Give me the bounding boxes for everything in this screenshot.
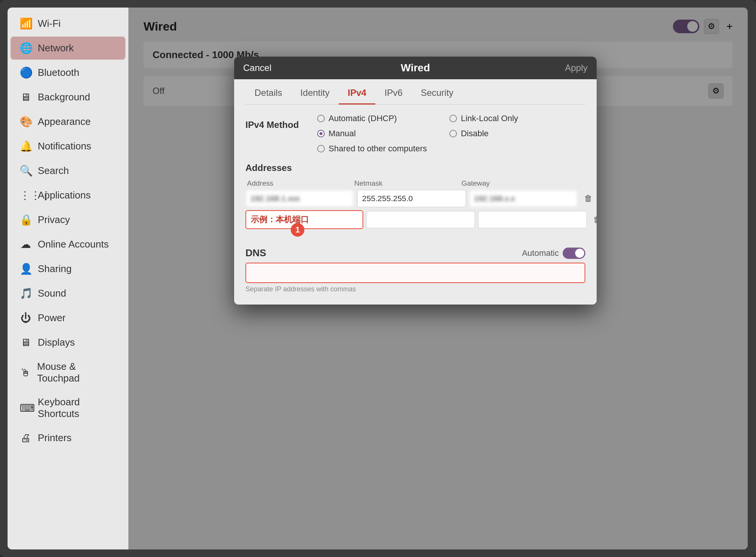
background-icon: 🖥 xyxy=(20,91,32,103)
sidebar-item-keyboard-shortcuts[interactable]: ⌨ Keyboard Shortcuts xyxy=(11,391,125,425)
tab-identity[interactable]: Identity xyxy=(291,82,338,105)
radio-circle-shared xyxy=(317,145,325,152)
sidebar-item-label: Sound xyxy=(38,288,66,299)
cancel-button[interactable]: Cancel xyxy=(243,63,272,73)
dns-automatic-toggle[interactable] xyxy=(563,248,585,259)
sidebar-item-displays[interactable]: 🖥 Displays xyxy=(11,331,125,354)
gateway-input-2[interactable] xyxy=(478,211,587,228)
sidebar-item-label: Bluetooth xyxy=(38,67,79,78)
radio-circle-disable xyxy=(449,130,457,137)
printers-icon: 🖨 xyxy=(20,432,32,444)
tab-ipv6[interactable]: IPv6 xyxy=(375,82,412,105)
step-badge-1: 1 xyxy=(291,223,304,237)
method-col-left: Automatic (DHCP) Manual Shared to other … xyxy=(317,114,427,154)
sidebar-item-wifi[interactable]: 📶 Wi-Fi xyxy=(11,12,125,35)
sidebar-item-label: Sharing xyxy=(38,263,72,275)
sidebar-item-label: Notifications xyxy=(38,140,91,152)
settings-window: 📶 Wi-Fi 🌐 Network 🔵 Bluetooth 🖥 Backgrou… xyxy=(8,8,748,549)
sidebar-item-power[interactable]: ⏻ Power xyxy=(11,306,125,329)
radio-circle-dhcp xyxy=(317,115,325,122)
ipv4-method-label: IPv4 Method xyxy=(245,120,306,148)
gateway-input-1[interactable] xyxy=(469,190,578,207)
radio-circle-link-local xyxy=(449,115,457,122)
sidebar: 📶 Wi-Fi 🌐 Network 🔵 Bluetooth 🖥 Backgrou… xyxy=(8,8,128,549)
radio-shared[interactable]: Shared to other computers xyxy=(317,144,427,154)
dns-automatic-label: Automatic xyxy=(522,248,559,258)
sidebar-item-label: Power xyxy=(38,312,66,324)
dns-input[interactable] xyxy=(245,263,585,283)
col-header-gateway: Gateway xyxy=(461,179,566,188)
address-input-1[interactable] xyxy=(245,190,354,207)
appearance-icon: 🎨 xyxy=(20,115,32,128)
addresses-section: Addresses Address Netmask Gateway 🗑 xyxy=(245,163,585,229)
sidebar-item-sound[interactable]: 🎵 Sound xyxy=(11,282,125,305)
tab-security[interactable]: Security xyxy=(412,82,463,105)
sidebar-item-search[interactable]: 🔍 Search xyxy=(11,159,125,182)
privacy-icon: 🔒 xyxy=(20,214,32,226)
radio-link-local[interactable]: Link-Local Only xyxy=(449,114,518,123)
tab-ipv4[interactable]: IPv4 xyxy=(339,82,375,105)
sidebar-item-label: Printers xyxy=(38,432,72,444)
dns-hint: Separate IP addresses with commas xyxy=(245,285,585,293)
dialog-title: Wired xyxy=(401,62,430,74)
dns-section: DNS Automatic Separate IP addresses with… xyxy=(245,247,585,293)
netmask-input-1[interactable] xyxy=(357,190,466,207)
bluetooth-icon: 🔵 xyxy=(20,66,32,79)
radio-disable[interactable]: Disable xyxy=(449,129,518,138)
dns-header: DNS Automatic xyxy=(245,247,585,259)
sidebar-item-label: Mouse & Touchpad xyxy=(37,361,116,384)
sidebar-item-label: Online Accounts xyxy=(38,238,109,250)
sidebar-item-notifications[interactable]: 🔔 Notifications xyxy=(11,135,125,158)
address-row-2-wrapper: 🗑 1 xyxy=(245,210,585,229)
address-input-2[interactable] xyxy=(245,210,363,229)
col-header-address: Address xyxy=(247,179,351,188)
radio-circle-manual xyxy=(317,130,325,137)
sidebar-item-network[interactable]: 🌐 Network xyxy=(11,37,125,60)
sidebar-item-label: Keyboard Shortcuts xyxy=(38,396,116,420)
dns-auto-toggle-area: Automatic xyxy=(522,248,585,259)
sidebar-item-background[interactable]: 🖥 Background xyxy=(11,86,125,109)
sidebar-item-applications[interactable]: ⋮⋮⋮ Applications xyxy=(11,184,125,207)
sidebar-item-online-accounts[interactable]: ☁ Online Accounts xyxy=(11,233,125,256)
sidebar-item-appearance[interactable]: 🎨 Appearance xyxy=(11,110,125,133)
sidebar-item-sharing[interactable]: 👤 Sharing xyxy=(11,257,125,280)
notifications-icon: 🔔 xyxy=(20,140,32,152)
sidebar-item-bluetooth[interactable]: 🔵 Bluetooth xyxy=(11,61,125,84)
sidebar-item-printers[interactable]: 🖨 Printers xyxy=(11,426,125,449)
sidebar-item-label: Wi-Fi xyxy=(38,18,61,29)
delete-row-1-button[interactable]: 🗑 xyxy=(581,194,596,203)
mouse-icon: 🖱 xyxy=(20,366,31,379)
tab-details[interactable]: Details xyxy=(245,82,291,105)
sidebar-item-label: Search xyxy=(38,165,69,177)
radio-manual[interactable]: Manual xyxy=(317,129,427,138)
dialog-body: Details Identity IPv4 IPv6 Security xyxy=(234,79,597,305)
power-icon: ⏻ xyxy=(20,312,32,324)
addresses-label: Addresses xyxy=(245,163,585,173)
netmask-input-2[interactable] xyxy=(366,211,475,228)
network-icon: 🌐 xyxy=(20,42,32,54)
sidebar-item-label: Appearance xyxy=(38,116,91,128)
sidebar-item-privacy[interactable]: 🔒 Privacy xyxy=(11,208,125,231)
ipv4-methods-section: IPv4 Method Automatic (DHCP) Manual S xyxy=(245,114,585,154)
sharing-icon: 👤 xyxy=(20,263,32,275)
main-content-area: Wired ⚙ + Connected - 1000 Mb/s Off ⚙ xyxy=(128,8,748,549)
radio-dhcp[interactable]: Automatic (DHCP) xyxy=(317,114,427,123)
search-icon: 🔍 xyxy=(20,165,32,177)
delete-row-2-button[interactable]: 🗑 xyxy=(590,215,597,225)
address-row-1: 🗑 xyxy=(245,190,585,207)
dns-label: DNS xyxy=(245,247,266,259)
sidebar-item-label: Background xyxy=(38,91,90,103)
sidebar-item-label: Privacy xyxy=(38,214,70,226)
wifi-icon: 📶 xyxy=(20,17,32,30)
method-col-right: Link-Local Only Disable xyxy=(449,114,518,154)
sound-icon: 🎵 xyxy=(20,287,32,300)
sidebar-item-mouse-touchpad[interactable]: 🖱 Mouse & Touchpad xyxy=(11,355,125,389)
displays-icon: 🖥 xyxy=(20,336,32,349)
online-accounts-icon: ☁ xyxy=(20,238,32,251)
dialog-titlebar: Cancel Wired Apply xyxy=(234,57,597,79)
dialog-tabs: Details Identity IPv4 IPv6 Security xyxy=(245,79,585,105)
apply-button[interactable]: Apply xyxy=(565,63,588,73)
keyboard-icon: ⌨ xyxy=(20,402,32,414)
col-header-netmask: Netmask xyxy=(354,179,458,188)
sidebar-item-label: Applications xyxy=(38,189,91,201)
